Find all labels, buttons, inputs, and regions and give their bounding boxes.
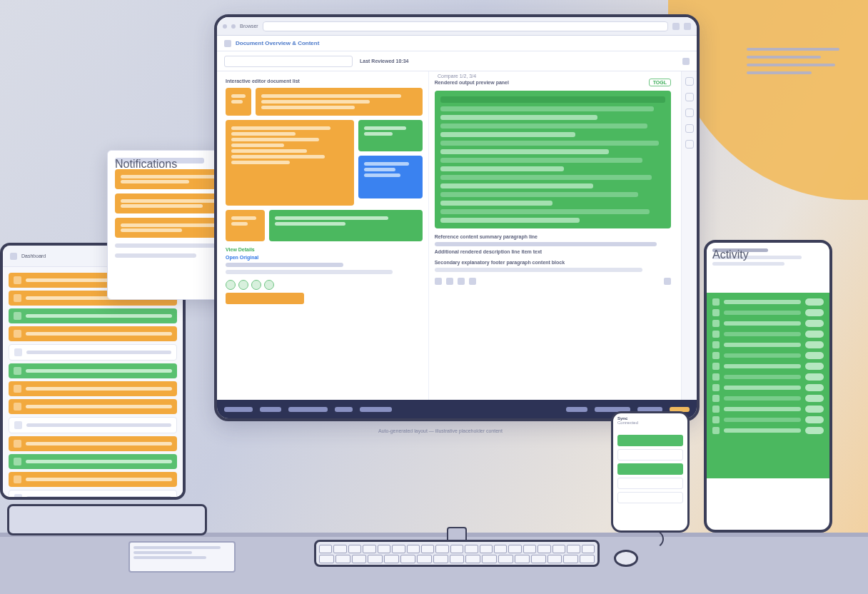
rail-icon[interactable]	[685, 140, 694, 148]
tablet-row[interactable]	[712, 384, 824, 391]
tool-icon[interactable]	[469, 278, 476, 285]
tablet-row[interactable]	[712, 331, 824, 338]
window-control-icon[interactable]	[223, 24, 227, 29]
phone-row[interactable]	[617, 435, 683, 446]
para-line: Secondary explanatory footer paragraph c…	[435, 260, 671, 265]
list-item[interactable]	[9, 454, 177, 469]
action-icon[interactable]	[264, 280, 274, 290]
row-icon	[712, 373, 720, 381]
link-blue[interactable]: Open Original	[226, 255, 423, 260]
browser-chrome: Browser	[217, 17, 697, 36]
tablet-title: Activity	[712, 248, 768, 252]
editor-block-orange[interactable]	[256, 88, 423, 116]
editor-block-green[interactable]	[358, 120, 423, 151]
tablet-header: Activity	[707, 243, 829, 293]
tablet-row[interactable]	[712, 416, 824, 423]
tablet-row[interactable]	[712, 341, 824, 348]
address-bar[interactable]	[263, 21, 668, 31]
editor-block-blue[interactable]	[358, 156, 423, 198]
row-icon	[712, 406, 720, 413]
rail-icon[interactable]	[685, 77, 694, 86]
footer-icon-row	[435, 278, 671, 285]
left-heading: Interactive editor document list	[226, 79, 423, 84]
phone-device: Sync Connected	[611, 411, 690, 533]
phone-row[interactable]	[617, 463, 683, 475]
tablet-row[interactable]	[712, 309, 824, 316]
phone-row[interactable]	[617, 478, 683, 489]
row-icon	[712, 395, 720, 402]
paragraph-block: Secondary explanatory footer paragraph c…	[435, 260, 671, 272]
list-item[interactable]	[9, 326, 177, 341]
tag-chip[interactable]	[226, 88, 251, 116]
right-heading: Rendered output preview panel	[435, 80, 509, 85]
list-item[interactable]	[9, 344, 177, 361]
tablet-row[interactable]	[712, 427, 824, 434]
tablet-row[interactable]	[712, 320, 824, 327]
tablet-row[interactable]	[712, 363, 824, 370]
phone-header: Sync Connected	[613, 413, 687, 432]
rail-icon[interactable]	[685, 109, 694, 117]
status-icon	[14, 276, 21, 284]
tablet-row[interactable]	[712, 395, 824, 402]
action-icon[interactable]	[226, 280, 236, 290]
row-icon	[712, 309, 720, 316]
phone-row[interactable]	[617, 449, 683, 460]
list-item[interactable]	[9, 363, 177, 378]
status-icon	[14, 330, 21, 338]
search-input[interactable]	[224, 56, 353, 67]
export-button[interactable]	[226, 293, 304, 304]
tag-badge[interactable]: TOGL	[649, 79, 671, 86]
editor-block-orange[interactable]	[226, 210, 265, 241]
action-icon[interactable]	[251, 280, 261, 290]
list-item[interactable]	[9, 308, 177, 323]
tool-icon[interactable]	[446, 278, 453, 285]
status-item[interactable]	[335, 407, 353, 412]
status-icon	[14, 440, 21, 448]
list-item[interactable]	[9, 381, 177, 396]
tablet-row[interactable]	[712, 406, 824, 413]
doc-icon	[224, 40, 231, 47]
status-item[interactable]	[566, 407, 587, 412]
list-item[interactable]	[9, 399, 177, 414]
editor-split: Interactive editor document list	[217, 71, 697, 400]
laptop-base	[7, 504, 207, 535]
tool-icon[interactable]	[458, 278, 465, 285]
para-line: Reference content summary paragraph line	[435, 234, 671, 239]
rail-icon[interactable]	[685, 124, 694, 133]
tablet-list	[707, 293, 829, 478]
tool-icon[interactable]	[435, 278, 442, 285]
laptop-list	[3, 267, 183, 497]
list-item[interactable]	[9, 490, 177, 500]
row-icon	[712, 341, 720, 348]
row-icon	[712, 363, 720, 370]
phone-row[interactable]	[617, 492, 683, 503]
status-icon	[14, 403, 21, 411]
extension-icon[interactable]	[672, 23, 680, 30]
status-item[interactable]	[360, 407, 392, 412]
status-icon	[14, 494, 22, 500]
rail-icon[interactable]	[685, 93, 694, 101]
output-panel	[435, 91, 671, 228]
action-icon[interactable]	[238, 280, 248, 290]
link-green[interactable]: View Details	[226, 247, 423, 252]
keyboard[interactable]	[314, 540, 600, 567]
status-item[interactable]	[224, 407, 253, 412]
avatar-icon[interactable]	[684, 23, 691, 30]
tablet-row[interactable]	[712, 373, 824, 381]
status-item[interactable]	[288, 407, 328, 412]
list-item[interactable]	[9, 417, 177, 433]
settings-icon[interactable]	[682, 58, 690, 65]
menu-icon[interactable]	[10, 253, 17, 260]
window-control-icon[interactable]	[231, 24, 236, 29]
status-item[interactable]	[260, 407, 281, 412]
list-item[interactable]	[9, 472, 177, 487]
tablet-row[interactable]	[712, 298, 824, 306]
list-item[interactable]	[9, 436, 177, 451]
mouse[interactable]	[614, 550, 638, 567]
paragraph-block: Reference content summary paragraph line…	[435, 234, 671, 254]
editor-block-orange[interactable]	[226, 120, 354, 206]
row-icon	[712, 298, 720, 306]
tablet-row[interactable]	[712, 352, 824, 359]
tool-icon[interactable]	[664, 278, 671, 285]
editor-block-green[interactable]	[269, 210, 423, 241]
